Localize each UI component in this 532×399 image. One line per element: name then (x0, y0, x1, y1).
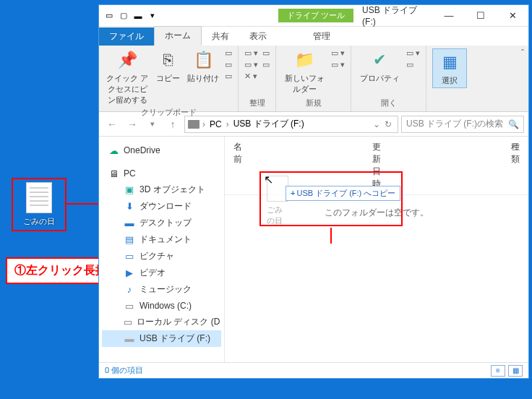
group-label-new: 新規 (282, 96, 345, 108)
explorer-window: ▭ ▢ ▬ ▾ ドライブ ツール USB ドライブ (F:) — ☐ ✕ ファイ… (98, 4, 529, 379)
music-icon (124, 284, 135, 296)
breadcrumb-pc[interactable]: PC (207, 119, 225, 129)
refresh-button[interactable]: ↻ (385, 119, 392, 129)
recent-button[interactable]: ▾ (144, 116, 161, 133)
cloud-icon (108, 145, 119, 156)
titlebar: ▭ ▢ ▬ ▾ ドライブ ツール USB ドライブ (F:) — ☐ ✕ (99, 5, 528, 27)
content-pane[interactable]: 名前 更新日時 種類 このフォルダーは空です。 ↖ +USB ドライブ (F:)… (225, 137, 528, 362)
address-dropdown[interactable]: ⌄ (373, 119, 380, 129)
view-details-button[interactable]: ≡ (491, 365, 505, 377)
ribbon-tabs: ファイル ホーム 共有 表示 管理 (99, 27, 528, 46)
qat-icon[interactable]: ▢ (118, 10, 129, 22)
close-button[interactable]: ✕ (497, 6, 528, 26)
nav-3d-objects[interactable]: 3D オブジェクト (102, 181, 221, 198)
tab-share[interactable]: 共有 (202, 27, 239, 46)
desktop-icon-label: ごみの日 (23, 216, 55, 227)
nav-downloads[interactable]: ダウンロード (102, 198, 221, 215)
view-icons-button[interactable]: ▦ (508, 365, 523, 377)
desktop-file-icon[interactable]: ごみの日 (12, 178, 66, 231)
organize-buttons2: ▭▭ (262, 48, 270, 69)
cube-icon (124, 184, 135, 196)
hdd-icon (124, 317, 132, 328)
drag-ghost: ↖ +USB ドライブ (F:) へコピー ごみの日 (267, 176, 288, 202)
window-title: USB ドライブ (F:) (362, 4, 433, 27)
videos-icon (124, 267, 135, 279)
ribbon-group-select: 選択 (426, 46, 473, 111)
annotation-connector (330, 228, 332, 244)
maximize-button[interactable]: ☐ (465, 6, 497, 26)
nav-local-d[interactable]: ローカル ディスク (D (102, 314, 221, 330)
new-small-buttons: ▭ ▾▭ ▾ (331, 48, 345, 69)
address-bar[interactable]: › PC › USB ドライブ (F:) ⌄ ↻ (184, 116, 398, 133)
properties-button[interactable]: プロパティ (357, 48, 402, 84)
up-button[interactable]: ↑ (164, 116, 181, 133)
organize-buttons: ▭ ▾▭ ▾✕ ▾ (244, 48, 258, 81)
nav-videos[interactable]: ビデオ (102, 265, 221, 281)
tab-file[interactable]: ファイル (99, 27, 154, 46)
minimize-button[interactable]: — (433, 6, 465, 26)
quick-access-toolbar: ▭ ▢ ▬ ▾ (99, 10, 163, 22)
qat-icon[interactable]: ▬ (132, 10, 144, 22)
ribbon-group-open: プロパティ ▭ ▾▭ 開く (351, 46, 426, 111)
ribbon-group-organize: ▭ ▾▭ ▾✕ ▾ ▭▭ 整理 (239, 46, 276, 111)
copy-button[interactable]: コピー (154, 48, 181, 84)
collapse-ribbon-icon[interactable]: ˆ (521, 48, 524, 59)
copy-icon (156, 48, 179, 72)
nav-windows-c[interactable]: Windows (C:) (102, 298, 221, 314)
tab-view[interactable]: 表示 (239, 27, 277, 46)
usb-icon (124, 333, 135, 345)
forward-button[interactable]: → (124, 116, 141, 133)
clipboard-small-buttons: ▭▭▭ (225, 48, 232, 81)
tab-manage[interactable]: 管理 (299, 27, 345, 46)
drive-icon (188, 120, 200, 129)
nav-pictures[interactable]: ピクチャ (102, 248, 221, 265)
pc-icon (108, 168, 119, 179)
col-name[interactable]: 名前 (233, 141, 242, 190)
tab-home[interactable]: ホーム (154, 26, 202, 46)
documents-icon (124, 234, 135, 246)
folder-icon (293, 48, 316, 72)
pin-icon (116, 48, 139, 72)
nav-music[interactable]: ミュージック (102, 281, 221, 298)
paste-icon (192, 48, 215, 72)
pictures-icon (124, 251, 135, 262)
hdd-icon (124, 300, 135, 312)
context-tab-label: ドライブ ツール (278, 9, 353, 22)
back-button[interactable]: ← (103, 116, 121, 133)
new-folder-button[interactable]: 新しいフォルダー (282, 48, 327, 95)
paste-button[interactable]: 貼り付け (186, 48, 220, 84)
breadcrumb-drive[interactable]: USB ドライブ (F:) (231, 118, 307, 130)
group-label-open: 開く (357, 96, 420, 108)
nav-desktop[interactable]: デスクトップ (102, 215, 221, 231)
group-label-organize: 整理 (244, 96, 270, 108)
navigation-pane: OneDrive PC 3D オブジェクト ダウンロード デスクトップ ドキュメ… (99, 137, 225, 362)
nav-documents[interactable]: ドキュメント (102, 231, 221, 248)
select-icon (438, 51, 461, 74)
download-icon (124, 201, 135, 213)
pin-button[interactable]: クイック アクセスにピン留めする (105, 48, 150, 106)
status-text: 0 個の項目 (105, 365, 143, 376)
col-type[interactable]: 種類 (511, 141, 520, 190)
check-icon (368, 48, 391, 72)
group-label-clipboard: クリップボード (105, 106, 232, 118)
document-icon (26, 182, 52, 213)
search-placeholder: USB ドライブ (F:)の検索 (406, 118, 503, 130)
qat-dropdown[interactable]: ▾ (147, 10, 158, 22)
cursor-icon: ↖ (264, 173, 273, 186)
open-small-buttons: ▭ ▾▭ (406, 48, 420, 69)
nav-pc[interactable]: PC (102, 166, 221, 181)
nav-usb-f[interactable]: USB ドライブ (F:) (102, 330, 221, 347)
drag-tooltip: +USB ドライブ (F:) へコピー (286, 186, 400, 201)
search-icon: 🔍 (508, 119, 519, 129)
desktop-icon (124, 218, 135, 229)
ribbon-group-new: 新しいフォルダー ▭ ▾▭ ▾ 新規 (276, 46, 351, 111)
ghost-filename: ごみの日 (267, 205, 288, 226)
qat-icon[interactable]: ▭ (103, 10, 115, 22)
select-button[interactable]: 選択 (432, 48, 467, 88)
status-bar: 0 個の項目 ≡ ▦ (99, 362, 528, 378)
nav-onedrive[interactable]: OneDrive (102, 142, 221, 158)
ribbon: ˆ クイック アクセスにピン留めする コピー 貼り付け ▭▭▭ クリップボード … (99, 46, 528, 112)
search-input[interactable]: USB ドライブ (F:)の検索 🔍 (401, 116, 524, 133)
ribbon-group-clipboard: クイック アクセスにピン留めする コピー 貼り付け ▭▭▭ クリップボード (99, 46, 239, 111)
